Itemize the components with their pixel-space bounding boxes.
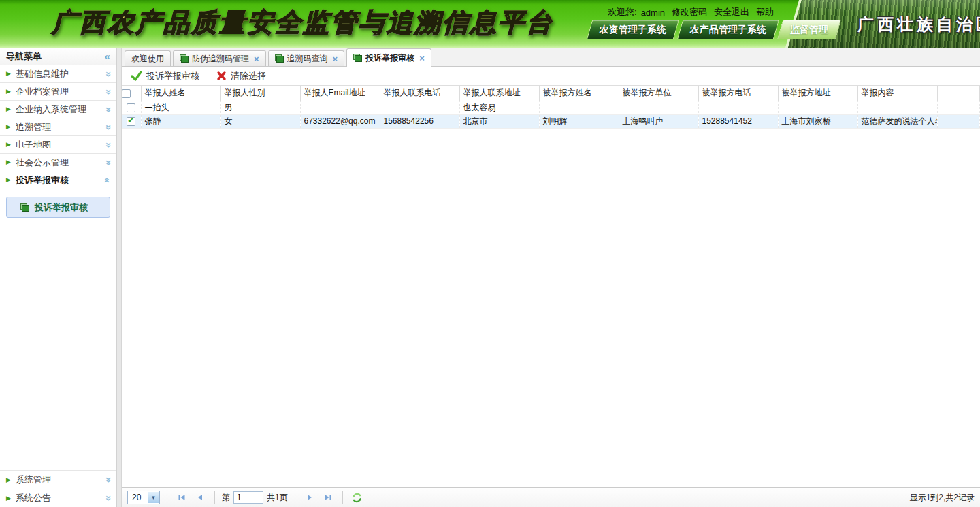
column-header[interactable]: 举报人Email地址 — [300, 86, 380, 101]
close-tab-icon[interactable] — [333, 54, 338, 63]
triangle-icon — [6, 71, 11, 77]
cell-reported-name: 刘明辉 — [539, 114, 619, 128]
prev-page-icon — [196, 493, 204, 502]
select-all-header[interactable] — [122, 86, 141, 101]
first-page-button[interactable] — [174, 491, 189, 504]
row-checkbox-cell[interactable] — [122, 114, 141, 128]
sidebar-header: 导航菜单 — [0, 48, 116, 65]
column-header-filler — [937, 86, 980, 101]
cell-reported-name — [539, 101, 619, 114]
triangle-icon — [6, 88, 11, 95]
cell-reported-address — [778, 101, 858, 114]
cell-report-content: 范德萨发的说法个人名 — [858, 114, 937, 128]
sidebar-group-emap[interactable]: 电子地图 — [0, 136, 116, 154]
select-all-checkbox[interactable] — [122, 89, 131, 98]
collapse-sidebar-icon[interactable] — [105, 50, 110, 62]
audit-button[interactable]: 投诉举报审核 — [125, 69, 205, 84]
page-number-input[interactable] — [233, 491, 263, 504]
sidebar-group-complaint-audit[interactable]: 投诉举报审核 — [0, 171, 116, 189]
column-header[interactable]: 被举报方电话 — [698, 86, 778, 101]
column-header[interactable]: 被举报方单位 — [619, 86, 698, 101]
chevron-down-icon — [102, 125, 113, 130]
column-header[interactable]: 举报人姓名 — [141, 86, 220, 101]
pagination-separator — [295, 491, 295, 504]
sidebar-group-enterprise-system[interactable]: 企业纳入系统管理 — [0, 101, 116, 118]
tab-welcome[interactable]: 欢迎使用 — [125, 50, 171, 66]
page-prefix-label: 第 — [222, 492, 230, 504]
sidebar-item-complaint-audit[interactable]: 投诉举报审核 — [6, 197, 110, 218]
record-count-info: 显示1到2,共2记录 — [910, 492, 975, 504]
next-page-button[interactable] — [302, 491, 317, 504]
cell-reporter-gender: 女 — [220, 114, 300, 128]
column-header[interactable]: 举报人性别 — [220, 86, 300, 101]
page-size-select[interactable]: 20 — [127, 491, 160, 504]
column-header[interactable]: 被举报方地址 — [778, 86, 858, 101]
system-tab-supervision[interactable]: 监督管理 — [777, 20, 841, 39]
region-label: 广西壮族自治区 — [858, 14, 980, 35]
table-row[interactable]: 张静 女 67332622@qq.com 15688542256 北京市 刘明辉… — [122, 114, 980, 128]
sidebar-group-public-notice[interactable]: 社会公示管理 — [0, 154, 116, 171]
close-tab-icon[interactable] — [254, 54, 259, 63]
check-icon — [131, 71, 142, 81]
row-checkbox-cell[interactable] — [122, 101, 141, 114]
tab-complaint-audit[interactable]: 投诉举报审核 — [346, 48, 431, 67]
first-page-icon — [178, 493, 186, 502]
welcome-prefix: 欢迎您: — [608, 6, 637, 18]
refresh-button[interactable] — [350, 491, 365, 504]
cell-reporter-address: 也太容易 — [459, 101, 539, 114]
clear-selection-button[interactable]: 清除选择 — [211, 69, 272, 84]
cell-filler — [937, 101, 980, 114]
triangle-icon — [6, 177, 11, 183]
chevron-down-icon — [102, 142, 113, 148]
system-tab-agri-products[interactable]: 农产品管理子系统 — [677, 20, 779, 39]
triangle-icon — [6, 106, 11, 112]
cell-reported-phone — [698, 101, 778, 114]
column-header[interactable]: 举报人联系地址 — [459, 86, 539, 101]
cell-reporter-gender: 男 — [220, 101, 300, 114]
sidebar-submenu: 投诉举报审核 — [0, 189, 116, 227]
main-content: 欢迎使用 防伪追溯码管理 追溯码查询 投诉举报审核 — [122, 48, 980, 507]
sidebar-splitter[interactable] — [117, 48, 122, 507]
tab-anti-fake-code[interactable]: 防伪追溯码管理 — [173, 50, 266, 66]
table-header-row: 举报人姓名 举报人性别 举报人Email地址 举报人联系电话 举报人联系地址 被… — [122, 86, 980, 101]
column-header[interactable]: 举报内容 — [858, 86, 937, 101]
pagination-bar: 20 第 共1页 — [122, 487, 980, 507]
sidebar-group-system-announcement[interactable]: 系统公告 — [0, 489, 116, 507]
total-pages-label: 共1页 — [267, 492, 288, 504]
sidebar-group-basic-info[interactable]: 基础信息维护 — [0, 65, 116, 83]
cell-reporter-email: 67332622@qq.com — [300, 114, 380, 128]
sidebar-title: 导航菜单 — [6, 50, 42, 63]
row-checkbox[interactable] — [127, 103, 135, 112]
chevron-down-icon — [102, 477, 113, 483]
help-link[interactable]: 帮助 — [756, 6, 774, 18]
row-checkbox[interactable] — [127, 117, 135, 126]
system-tabs: 农资管理子系统 农产品管理子系统 监督管理 — [589, 20, 838, 39]
tab-trace-code-query[interactable]: 追溯码查询 — [268, 50, 345, 66]
change-password-link[interactable]: 修改密码 — [672, 6, 707, 18]
column-header[interactable]: 举报人联系电话 — [380, 86, 459, 101]
close-tab-icon[interactable] — [419, 54, 425, 63]
triangle-icon — [6, 477, 11, 483]
chevron-down-icon — [102, 89, 113, 95]
folder-stack-icon — [180, 54, 189, 63]
table-row[interactable]: 一抬头 男 也太容易 — [122, 101, 980, 114]
header-banner: 广西农产品质量安全监管与追溯信息平台 广西壮族自治区 欢迎您: admin 修改… — [0, 0, 980, 48]
folder-stack-icon — [353, 54, 362, 62]
cell-reporter-name: 张静 — [141, 114, 220, 128]
system-tab-farm-inputs[interactable]: 农资管理子系统 — [587, 20, 679, 39]
column-header[interactable]: 被举报方姓名 — [539, 86, 619, 101]
prev-page-button[interactable] — [193, 491, 208, 504]
last-page-button[interactable] — [321, 491, 336, 504]
sidebar-bottom-groups: 系统管理 系统公告 — [0, 470, 116, 507]
folder-stack-icon — [20, 203, 29, 212]
logout-link[interactable]: 安全退出 — [714, 6, 749, 18]
pagination-separator — [214, 491, 215, 504]
sidebar-group-traceability[interactable]: 追溯管理 — [0, 118, 116, 136]
cell-reporter-address: 北京市 — [459, 114, 539, 128]
cell-reported-unit — [619, 101, 698, 114]
next-page-icon — [306, 493, 314, 502]
complaints-table: 举报人姓名 举报人性别 举报人Email地址 举报人联系电话 举报人联系地址 被… — [122, 86, 980, 129]
sidebar-group-system-management[interactable]: 系统管理 — [0, 470, 116, 489]
sidebar-group-enterprise-archive[interactable]: 企业档案管理 — [0, 83, 116, 101]
chevron-down-icon — [102, 107, 113, 112]
